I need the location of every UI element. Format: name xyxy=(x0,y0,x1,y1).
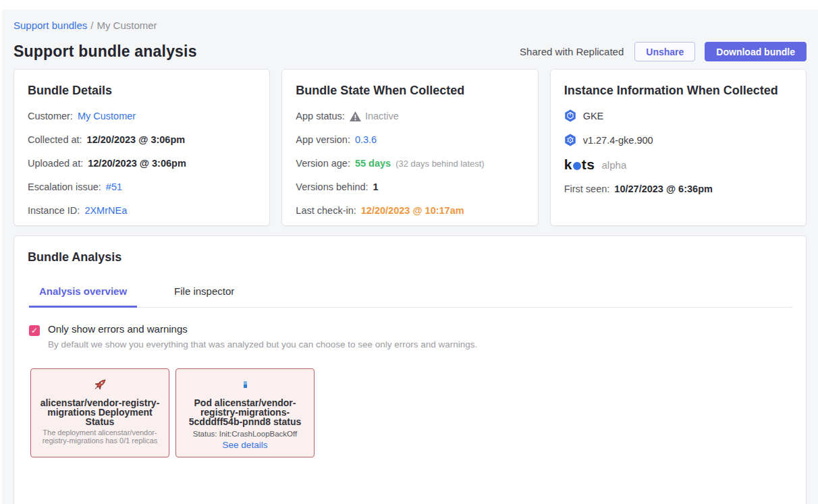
gke-icon xyxy=(564,109,576,122)
app-status-row: App status: Inactive xyxy=(296,111,524,121)
breadcrumb-support-bundles-link[interactable]: Support bundles xyxy=(13,20,87,31)
rocket-icon xyxy=(36,376,163,393)
filter-label[interactable]: Only show errors and warnings xyxy=(48,323,477,335)
kots-logo: kts xyxy=(564,157,595,173)
filter-row: ✓ Only show errors and warnings By defau… xyxy=(29,323,792,349)
analysis-results-row: alicenstar/vendor-registry-migrations De… xyxy=(30,368,792,457)
deployment-status-error-card[interactable]: alicenstar/vendor-registry-migrations De… xyxy=(30,368,169,457)
bundle-analysis-card: Bundle Analysis Analysis overview File i… xyxy=(13,235,807,504)
kubernetes-icon xyxy=(564,134,576,146)
instance-info-title: Instance Information When Collected xyxy=(564,84,792,98)
app-version-row: App version: 0.3.6 xyxy=(296,134,524,145)
kots-row: kts alpha xyxy=(564,157,792,173)
bundle-state-title: Bundle State When Collected xyxy=(296,84,524,98)
filter-description: By default we show you everything that w… xyxy=(48,339,477,349)
bundle-analysis-title: Bundle Analysis xyxy=(28,250,792,264)
page-title: Support bundle analysis xyxy=(13,43,197,61)
app-status-value: Inactive xyxy=(365,111,399,121)
download-bundle-button[interactable]: Download bundle xyxy=(705,42,807,61)
bundle-details-card: Bundle Details Customer: My Customer Col… xyxy=(13,69,270,226)
bundle-details-title: Bundle Details xyxy=(28,84,256,98)
breadcrumb-separator: / xyxy=(90,20,93,31)
customer-row: Customer: My Customer xyxy=(28,111,256,121)
last-checkin-value: 12/20/2023 @ 10:17am xyxy=(361,205,464,216)
kots-logo-ts: ts xyxy=(582,157,595,173)
uploaded-at-row: Uploaded at: 12/20/2023 @ 3:06pm xyxy=(28,158,256,169)
last-checkin-row: Last check-in: 12/20/2023 @ 10:17am xyxy=(296,205,524,216)
support-bundle-analysis-page: Support bundles/My Customer Support bund… xyxy=(2,9,818,504)
warning-triangle-icon xyxy=(350,111,361,121)
uploaded-at-label: Uploaded at: xyxy=(28,158,83,169)
info-cards-row: Bundle Details Customer: My Customer Col… xyxy=(13,69,807,226)
shared-status-text: Shared with Replicated xyxy=(520,46,624,57)
collected-at-row: Collected at: 12/20/2023 @ 3:06pm xyxy=(28,134,256,145)
escalation-issue-link[interactable]: #51 xyxy=(106,181,122,192)
app-status-label: App status: xyxy=(296,111,345,121)
instance-info-card: Instance Information When Collected GKE … xyxy=(550,69,807,226)
unshare-button[interactable]: Unshare xyxy=(634,42,695,61)
app-version-link[interactable]: 0.3.6 xyxy=(355,134,377,145)
version-age-value: 55 days xyxy=(355,158,391,169)
customer-label: Customer: xyxy=(28,111,73,121)
first-seen-row: First seen: 10/27/2023 @ 6:36pm xyxy=(564,184,792,194)
versions-behind-row: Versions behind: 1 xyxy=(296,181,524,192)
breadcrumb: Support bundles/My Customer xyxy=(13,20,818,31)
escalation-issue-label: Escalation issue: xyxy=(28,181,101,192)
version-age-note: (32 days behind latest) xyxy=(396,159,485,169)
collected-at-label: Collected at: xyxy=(28,134,82,145)
pod-icon xyxy=(182,376,308,393)
escalation-issue-row: Escalation issue: #51 xyxy=(28,181,256,192)
distribution-value: GKE xyxy=(583,111,604,121)
bundle-state-card: Bundle State When Collected App status: … xyxy=(281,69,538,226)
page-header: Support bundle analysis Shared with Repl… xyxy=(13,42,807,61)
kots-logo-k: k xyxy=(564,157,572,173)
distribution-row: GKE xyxy=(564,109,792,122)
instance-id-link[interactable]: 2XMrNEa xyxy=(84,205,127,216)
pod-status-error-card[interactable]: Pod alicenstar/vendor-registry-migration… xyxy=(175,368,315,457)
tab-file-inspector[interactable]: File inspector xyxy=(164,281,244,307)
first-seen-value: 10/27/2023 @ 6:36pm xyxy=(614,184,713,194)
k8s-version-row: v1.27.4-gke.900 xyxy=(564,134,792,146)
version-age-row: Version age: 55 days (32 days behind lat… xyxy=(296,158,524,169)
instance-id-label: Instance ID: xyxy=(28,205,80,216)
see-details-link[interactable]: See details xyxy=(182,440,308,450)
pod-mini-glyph xyxy=(244,381,247,388)
collected-at-value: 12/20/2023 @ 3:06pm xyxy=(87,134,186,145)
header-actions: Shared with Replicated Unshare Download … xyxy=(520,42,807,61)
filter-text-block: Only show errors and warnings By default… xyxy=(48,323,477,349)
tab-analysis-overview[interactable]: Analysis overview xyxy=(29,281,137,308)
customer-link[interactable]: My Customer xyxy=(78,111,136,121)
app-version-label: App version: xyxy=(296,134,350,145)
first-seen-label: First seen: xyxy=(564,184,610,194)
analysis-tabs: Analysis overview File inspector xyxy=(28,281,792,308)
instance-id-row: Instance ID: 2XMrNEa xyxy=(28,205,256,216)
only-errors-checkbox[interactable]: ✓ xyxy=(29,325,40,336)
kots-channel: alpha xyxy=(602,159,627,171)
versions-behind-value: 1 xyxy=(373,181,379,192)
error-card-message: The deployment alicenstar/vendor-registr… xyxy=(36,429,163,445)
version-age-label: Version age: xyxy=(296,158,350,169)
last-checkin-label: Last check-in: xyxy=(296,205,356,216)
versions-behind-label: Versions behind: xyxy=(296,181,368,192)
kots-logo-o-dot xyxy=(573,162,581,170)
uploaded-at-value: 12/20/2023 @ 3:06pm xyxy=(88,158,186,169)
error-card-title: alicenstar/vendor-registry-migrations De… xyxy=(36,398,163,426)
error-card-status: Status: Init:CrashLoopBackOff xyxy=(182,430,308,438)
error-card-title: Pod alicenstar/vendor-registry-migration… xyxy=(182,398,308,426)
k8s-version-value: v1.27.4-gke.900 xyxy=(583,135,653,146)
breadcrumb-current: My Customer xyxy=(97,20,157,31)
